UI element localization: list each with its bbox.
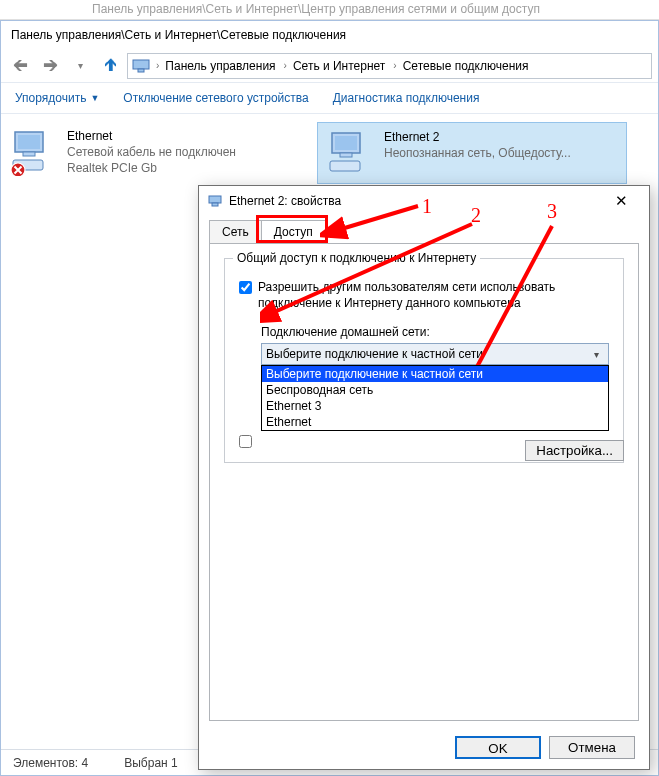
tab-strip: Сеть Доступ [199,216,649,243]
settings-button[interactable]: Настройка... [525,440,624,461]
tab-sharing[interactable]: Доступ [261,220,326,243]
allow-sharing-label: Разрешить другим пользователям сети испо… [258,279,609,311]
ics-group: Общий доступ к подключению к Интернету Р… [224,258,624,463]
nav-up-button[interactable]: 🡱 [97,53,123,79]
svg-rect-12 [212,203,218,206]
allow-control-checkbox[interactable] [239,435,252,448]
nav-back-button[interactable]: 🡰 [7,53,33,79]
status-selected-count: Выбран 1 [124,750,177,775]
home-network-combo[interactable]: Выберите подключение к частной сети ▾ [261,343,609,365]
connection-device: Realtek PCIe Gb [67,160,236,176]
connection-name: Ethernet 2 [384,129,571,145]
combo-option[interactable]: Ethernet [262,414,608,430]
command-bar: Упорядочить▼ Отключение сетевого устройс… [1,83,658,114]
connections-list: Ethernet Сетевой кабель не подключен Rea… [1,114,658,192]
allow-sharing-checkbox[interactable] [239,281,252,294]
combo-selected-text: Выберите подключение к частной сети [266,347,588,361]
connection-item[interactable]: Ethernet Сетевой кабель не подключен Rea… [1,122,311,184]
dialog-titlebar[interactable]: Ethernet 2: свойства ✕ [199,186,649,216]
network-connections-icon [132,57,150,75]
home-network-combo-list: Выберите подключение к частной сети Бесп… [261,365,609,431]
adapter-icon [207,193,223,209]
allow-sharing-row[interactable]: Разрешить другим пользователям сети испо… [239,279,609,311]
breadcrumb-item: ›Сетевые подключения [391,59,530,73]
home-network-combo-wrap: Выберите подключение к частной сети ▾ Вы… [261,343,609,365]
network-adapter-icon [9,128,57,176]
diagnose-button[interactable]: Диагностика подключения [333,91,480,105]
disable-device-button[interactable]: Отключение сетевого устройства [123,91,308,105]
combo-option[interactable]: Ethernet 3 [262,398,608,414]
close-button[interactable]: ✕ [601,192,641,210]
svg-rect-1 [138,69,144,72]
chevron-right-icon: › [284,60,287,71]
chevron-down-icon: ▾ [588,349,604,360]
organize-menu[interactable]: Упорядочить▼ [15,91,99,105]
connection-item-selected[interactable]: Ethernet 2 Неопознанная сеть, Общедосту.… [317,122,627,184]
cancel-button[interactable]: Отмена [549,736,635,759]
combo-option[interactable]: Выберите подключение к частной сети [262,366,608,382]
chevron-down-icon: ▼ [90,93,99,103]
nav-forward-button[interactable]: 🡲 [37,53,63,79]
nav-history-dropdown[interactable]: ▾ [67,53,93,79]
breadcrumb-item: ›Панель управления [154,59,278,73]
window-title: Панель управления\Сеть и Интернет\Сетевы… [1,21,658,49]
svg-rect-9 [340,153,352,157]
status-item-count: Элементов: 4 [13,750,88,775]
dialog-button-row: OK Отмена [455,736,635,759]
svg-rect-3 [18,135,40,149]
ok-button[interactable]: OK [455,736,541,759]
connection-name: Ethernet [67,128,236,144]
connection-status: Неопознанная сеть, Общедосту... [384,145,571,161]
address-bar: 🡰 🡲 ▾ 🡱 ›Панель управления ›Сеть и Интер… [1,49,658,83]
breadcrumb-bar[interactable]: ›Панель управления ›Сеть и Интернет ›Сет… [127,53,652,79]
properties-dialog: Ethernet 2: свойства ✕ Сеть Доступ Общий… [198,185,650,770]
combo-option[interactable]: Беспроводная сеть [262,382,608,398]
tab-network[interactable]: Сеть [209,220,262,243]
svg-rect-8 [335,136,357,150]
svg-rect-11 [209,196,221,203]
parent-window-title: Панель управления\Сеть и Интернет\Центр … [0,0,659,20]
network-adapter-icon [326,129,374,177]
connection-status: Сетевой кабель не подключен [67,144,236,160]
svg-rect-0 [133,60,149,69]
home-network-label: Подключение домашней сети: [261,325,609,339]
breadcrumb-item: ›Сеть и Интернет [282,59,388,73]
chevron-right-icon: › [156,60,159,71]
group-title: Общий доступ к подключению к Интернету [233,251,480,265]
svg-rect-4 [23,152,35,156]
svg-rect-10 [330,161,360,171]
chevron-right-icon: › [393,60,396,71]
dialog-title: Ethernet 2: свойства [229,194,595,208]
tab-panel-sharing: Общий доступ к подключению к Интернету Р… [209,243,639,721]
